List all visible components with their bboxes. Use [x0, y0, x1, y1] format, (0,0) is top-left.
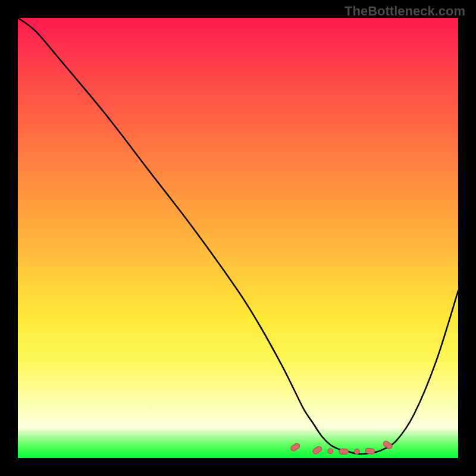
- marker-0: [290, 442, 300, 452]
- chart-container: TheBottleneck.com: [0, 0, 476, 476]
- bottleneck-curve-svg: [18, 18, 458, 458]
- marker-3: [339, 449, 349, 454]
- attribution-text: TheBottleneck.com: [345, 4, 465, 19]
- markers-group: [290, 440, 393, 455]
- marker-4: [354, 449, 359, 454]
- marker-2: [328, 449, 333, 454]
- marker-1: [312, 445, 322, 455]
- bottleneck-curve: [18, 18, 458, 454]
- plot-area: [18, 18, 458, 458]
